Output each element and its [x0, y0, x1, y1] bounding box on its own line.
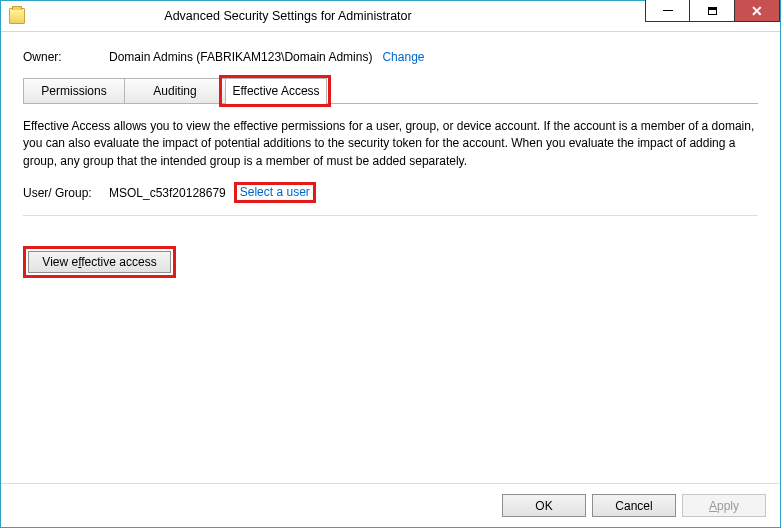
owner-row: Owner: Domain Admins (FABRIKAM123\Domain… [23, 50, 758, 64]
cancel-button[interactable]: Cancel [592, 494, 676, 517]
divider [23, 215, 758, 216]
dialog-footer: OK Cancel Apply [1, 483, 780, 527]
user-group-label: User/ Group: [23, 186, 109, 200]
minimize-button[interactable] [645, 0, 690, 22]
user-group-value: MSOL_c53f20128679 [109, 186, 226, 200]
folder-icon [9, 8, 25, 24]
highlight-view-effective-access: View effective access [23, 246, 176, 278]
close-icon: ✕ [751, 4, 763, 18]
effective-access-description: Effective Access allows you to view the … [23, 118, 758, 170]
tab-effective-access[interactable]: Effective Access [225, 78, 327, 103]
owner-label: Owner: [23, 50, 109, 64]
view-effective-access-button[interactable]: View effective access [28, 251, 171, 273]
close-button[interactable]: ✕ [735, 0, 780, 22]
user-group-row: User/ Group: MSOL_c53f20128679 Select a … [23, 182, 758, 203]
minimize-icon [663, 10, 673, 12]
tab-auditing[interactable]: Auditing [124, 78, 226, 103]
apply-button: Apply [682, 494, 766, 517]
highlight-select-user: Select a user [234, 182, 316, 203]
content-area: Owner: Domain Admins (FABRIKAM123\Domain… [1, 32, 780, 483]
select-user-link[interactable]: Select a user [240, 185, 310, 199]
window-title: Advanced Security Settings for Administr… [0, 9, 645, 23]
maximize-button[interactable] [690, 0, 735, 22]
titlebar: Advanced Security Settings for Administr… [1, 1, 780, 32]
security-settings-window: Advanced Security Settings for Administr… [0, 0, 781, 528]
tab-strip: Permissions Auditing Effective Access [23, 78, 758, 104]
window-controls: ✕ [645, 1, 780, 31]
maximize-icon [708, 7, 717, 15]
ok-button[interactable]: OK [502, 494, 586, 517]
change-owner-link[interactable]: Change [382, 50, 424, 64]
owner-value: Domain Admins (FABRIKAM123\Domain Admins… [109, 50, 372, 64]
tab-permissions[interactable]: Permissions [23, 78, 125, 103]
